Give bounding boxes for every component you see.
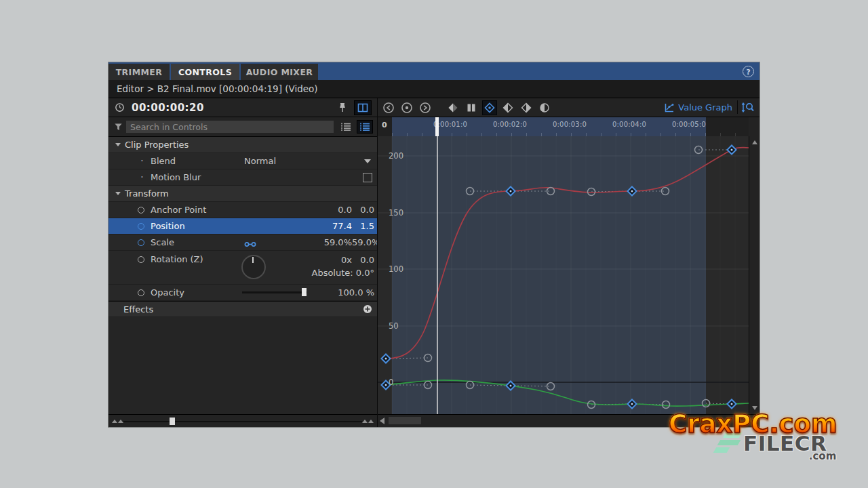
hold-keyframe-button[interactable] bbox=[464, 100, 479, 115]
row-scale[interactable]: Scale 59.0%59.0% bbox=[108, 235, 377, 251]
screenshot-stage: TRIMMERCONTROLSAUDIO MIXER? Editor > B2 … bbox=[0, 0, 868, 488]
rotation-turns-value[interactable]: 0x bbox=[313, 255, 352, 265]
smooth-in-keyframe-button[interactable] bbox=[500, 100, 515, 115]
property-label: Anchor Point bbox=[151, 205, 206, 215]
next-keyframe-button[interactable] bbox=[418, 100, 433, 115]
zoom-in-icon[interactable] bbox=[362, 420, 374, 423]
horizontal-scroll-thumb[interactable] bbox=[389, 417, 421, 424]
y-axis-label: 150 bbox=[389, 208, 403, 218]
blend-dropdown-value[interactable]: Normal bbox=[244, 156, 276, 166]
y-axis-label: 0 bbox=[389, 378, 393, 387]
tab-audio-mixer[interactable]: AUDIO MIXER bbox=[241, 64, 318, 80]
previous-keyframe-button[interactable] bbox=[381, 100, 396, 115]
fit-to-view-icon bbox=[741, 102, 755, 113]
current-timecode[interactable]: 00:00:00:20 bbox=[132, 102, 204, 114]
tab-trimmer[interactable]: TRIMMER bbox=[108, 64, 170, 80]
vertical-scrollbar[interactable] bbox=[749, 136, 760, 414]
keyframe-toggle-icon[interactable] bbox=[138, 239, 144, 246]
row-anchor-point[interactable]: Anchor Point 0.00.0 bbox=[108, 202, 377, 218]
list-view-icon bbox=[340, 122, 351, 131]
keyframe-toggle-icon[interactable] bbox=[138, 223, 144, 230]
toolbar-separator bbox=[737, 100, 738, 114]
keyframe-center-dot bbox=[731, 149, 733, 151]
position-x-curve[interactable] bbox=[386, 148, 749, 359]
scroll-left-icon[interactable] bbox=[380, 418, 384, 424]
zoom-out-icon[interactable] bbox=[112, 420, 123, 423]
opacity-value[interactable]: 100.0 % bbox=[336, 287, 374, 298]
pin-icon[interactable] bbox=[338, 102, 347, 113]
link-dimensions-icon[interactable] bbox=[244, 239, 256, 249]
opacity-slider-handle[interactable] bbox=[302, 288, 307, 296]
graph-canvas[interactable]: 200150100500 bbox=[378, 136, 749, 415]
smooth-keyframe-button[interactable] bbox=[482, 100, 497, 115]
keyframe-center-dot bbox=[385, 384, 387, 386]
group-title: Clip Properties bbox=[125, 140, 189, 150]
tree-zoom-track[interactable] bbox=[123, 421, 362, 422]
tree-zoom-handle[interactable] bbox=[170, 418, 175, 425]
y-axis-label: 50 bbox=[389, 321, 399, 331]
ease-keyframe-button[interactable] bbox=[537, 100, 552, 115]
breadcrumb: Editor > B2 Final.mov [00:00:04:19] (Vid… bbox=[117, 83, 318, 94]
row-opacity[interactable]: Opacity 100.0 % bbox=[108, 285, 377, 301]
keyframe-center-dot bbox=[510, 190, 512, 192]
search-input[interactable] bbox=[126, 121, 334, 133]
property-label: Rotation (Z) bbox=[151, 254, 203, 264]
split-view-icon bbox=[357, 103, 368, 113]
scroll-up-icon[interactable] bbox=[752, 140, 757, 144]
keyframe-toggle-icon[interactable] bbox=[138, 207, 144, 214]
timeline-ruler[interactable]: 0 0:00:01:00:00:02:00:00:03:00:00:04:00:… bbox=[378, 117, 760, 136]
value-graph-toggle[interactable]: Value Graph bbox=[664, 102, 732, 113]
controls-panel: 00:00:00:20 bbox=[108, 98, 378, 427]
rotation-dial[interactable] bbox=[241, 255, 266, 279]
ruler-tick-label: 0:00:04:0 bbox=[612, 121, 646, 128]
value-graph-icon bbox=[664, 102, 675, 113]
keyframe-center-dot bbox=[631, 403, 633, 405]
keyframe-center-dot bbox=[731, 403, 733, 405]
playhead-marker[interactable] bbox=[435, 117, 439, 136]
value-graph-plot[interactable]: 200150100500 bbox=[378, 136, 760, 414]
row-position[interactable]: Position 77.41.5 bbox=[108, 218, 377, 235]
row-motion-blur[interactable]: · Motion Blur bbox=[108, 169, 377, 186]
row-rotation[interactable]: Rotation (Z) 0x0.0 Absolute: 0.0° bbox=[108, 251, 377, 285]
position-y-curve[interactable] bbox=[386, 380, 749, 406]
filecr-suffix: .com bbox=[809, 450, 837, 462]
add-keyframe-button[interactable] bbox=[399, 100, 414, 115]
detailed-list-view-button[interactable] bbox=[357, 120, 373, 134]
graph-panel: Value Graph 0 0:00:01:00:00:02:00:00:03:… bbox=[378, 98, 760, 427]
keyframe-center-dot bbox=[631, 190, 633, 192]
graph-toolbar: Value Graph bbox=[378, 98, 760, 117]
linear-keyframe-button[interactable] bbox=[446, 100, 460, 115]
opacity-slider-track[interactable] bbox=[242, 291, 307, 293]
property-label: Position bbox=[151, 221, 185, 231]
add-effect-icon[interactable] bbox=[363, 304, 372, 316]
collapse-triangle-icon[interactable] bbox=[115, 143, 121, 146]
collapse-triangle-icon[interactable] bbox=[115, 192, 121, 195]
row-blend[interactable]: · Blend Normal bbox=[108, 153, 377, 169]
bullet-icon: · bbox=[140, 174, 144, 181]
keyframe-toggle-icon[interactable] bbox=[138, 256, 144, 263]
filter-icon[interactable] bbox=[114, 123, 123, 131]
keyframe-toggle-icon[interactable] bbox=[138, 289, 144, 296]
tab-controls[interactable]: CONTROLS bbox=[171, 64, 239, 80]
scale-x-value[interactable]: 59.0% bbox=[313, 237, 352, 247]
anchor-y-value[interactable]: 0.0 bbox=[352, 205, 374, 215]
watermark-craxpc: CraxPC.com bbox=[669, 409, 837, 439]
breadcrumb-bar: Editor > B2 Final.mov [00:00:04:19] (Vid… bbox=[108, 80, 760, 98]
dropdown-arrow-icon[interactable] bbox=[364, 159, 371, 163]
group-effects[interactable]: Effects bbox=[108, 301, 377, 317]
split-view-toggle[interactable] bbox=[354, 100, 372, 115]
help-icon[interactable]: ? bbox=[743, 66, 754, 77]
clock-icon bbox=[115, 102, 125, 113]
rotation-degrees-value[interactable]: 0.0 bbox=[352, 255, 374, 265]
motion-blur-checkbox[interactable] bbox=[363, 173, 372, 182]
fit-to-view-button[interactable] bbox=[741, 100, 755, 115]
group-clip-properties[interactable]: Clip Properties bbox=[108, 137, 377, 153]
group-transform[interactable]: Transform bbox=[108, 186, 377, 202]
position-y-value[interactable]: 1.5 bbox=[352, 221, 374, 231]
position-x-value[interactable]: 77.4 bbox=[313, 221, 352, 231]
property-label: Opacity bbox=[151, 287, 184, 298]
anchor-x-value[interactable]: 0.0 bbox=[313, 205, 352, 215]
list-view-button[interactable] bbox=[338, 120, 354, 134]
scale-y-value[interactable]: 59.0% bbox=[352, 237, 374, 247]
smooth-out-keyframe-button[interactable] bbox=[519, 100, 534, 115]
